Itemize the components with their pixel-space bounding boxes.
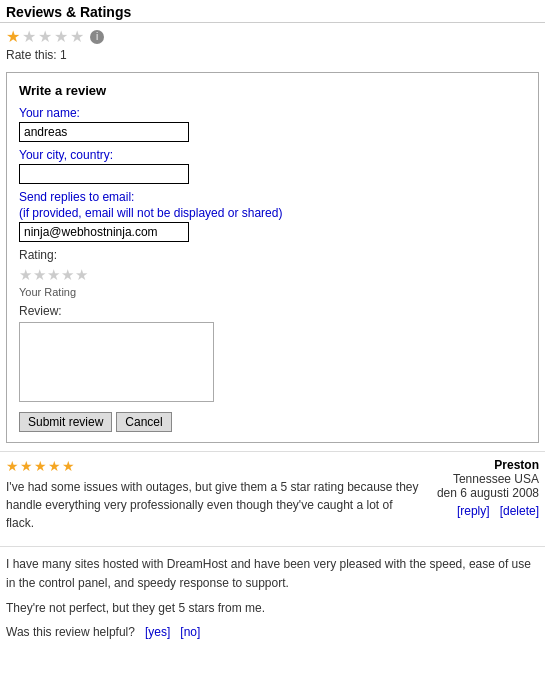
review-entry-1: ★ ★ ★ ★ ★ I've had some issues with outa… (0, 451, 545, 546)
email-input[interactable] (19, 222, 189, 242)
rating-stars-row: ★ ★ ★ ★ ★ (19, 266, 526, 284)
top-star-4[interactable]: ★ (54, 27, 68, 46)
rating-label: Rating: (19, 248, 526, 262)
rating-star-5[interactable]: ★ (75, 266, 88, 284)
delete-link-1[interactable]: [delete] (500, 504, 539, 518)
reviewer-name-1: Preston (429, 458, 539, 472)
rating-star-3[interactable]: ★ (47, 266, 60, 284)
top-stars-row: ★ ★ ★ ★ ★ i (6, 27, 539, 46)
review-group: Review: (19, 304, 526, 402)
helpful-text: Was this review helpful? (6, 625, 135, 639)
your-rating-text: Your Rating (19, 286, 526, 298)
submit-review-button[interactable]: Submit review (19, 412, 112, 432)
rev1-star-3: ★ (34, 458, 47, 474)
cancel-button[interactable]: Cancel (116, 412, 171, 432)
rev1-star-4: ★ (48, 458, 61, 474)
city-group: Your city, country: (19, 148, 526, 184)
review-right-1: Preston Tennessee USA den 6 augusti 2008… (429, 458, 539, 538)
top-star-2[interactable]: ★ (22, 27, 36, 46)
review-stars-1: ★ ★ ★ ★ ★ (6, 458, 421, 474)
city-input[interactable] (19, 164, 189, 184)
city-label: Your city, country: (19, 148, 526, 162)
yes-link[interactable]: [yes] (145, 625, 170, 639)
second-review-text2: They're not perfect, but they get 5 star… (6, 599, 539, 618)
no-link[interactable]: [no] (180, 625, 200, 639)
review-text-1: I've had some issues with outages, but g… (6, 478, 421, 532)
review-entry-inner-1: ★ ★ ★ ★ ★ I've had some issues with outa… (6, 458, 539, 538)
review-label: Review: (19, 304, 526, 318)
reviewer-date-1: den 6 augusti 2008 (429, 486, 539, 500)
write-review-title: Write a review (19, 83, 526, 98)
helpful-row: Was this review helpful? [yes] [no] (6, 625, 539, 639)
write-review-box: Write a review Your name: Your city, cou… (6, 72, 539, 443)
rating-group: Rating: ★ ★ ★ ★ ★ Your Rating (19, 248, 526, 298)
reviewer-location-1: Tennessee USA (429, 472, 539, 486)
rating-star-2[interactable]: ★ (33, 266, 46, 284)
email-group: Send replies to email: (if provided, ema… (19, 190, 526, 242)
reviews-section: ★ ★ ★ ★ ★ I've had some issues with outa… (0, 451, 545, 647)
top-star-5[interactable]: ★ (70, 27, 84, 46)
page-title: Reviews & Ratings (0, 0, 545, 23)
rev1-star-5: ★ (62, 458, 75, 474)
rating-star-4[interactable]: ★ (61, 266, 74, 284)
form-buttons: Submit review Cancel (19, 412, 526, 432)
reply-link-1[interactable]: [reply] (457, 504, 490, 518)
rating-star-1[interactable]: ★ (19, 266, 32, 284)
name-group: Your name: (19, 106, 526, 142)
email-note: (if provided, email will not be displaye… (19, 206, 526, 220)
reply-delete-1: [reply] [delete] (429, 504, 539, 518)
top-star-1[interactable]: ★ (6, 27, 20, 46)
name-label: Your name: (19, 106, 526, 120)
second-review-text1: I have many sites hosted with DreamHost … (6, 555, 539, 593)
name-input[interactable] (19, 122, 189, 142)
rate-this-label: Rate this: 1 (6, 48, 539, 62)
top-star-3[interactable]: ★ (38, 27, 52, 46)
top-rating-section: ★ ★ ★ ★ ★ i Rate this: 1 (0, 23, 545, 68)
email-label: Send replies to email: (19, 190, 526, 204)
review-left-1: ★ ★ ★ ★ ★ I've had some issues with outa… (6, 458, 421, 538)
rev1-star-2: ★ (20, 458, 33, 474)
rev1-star-1: ★ (6, 458, 19, 474)
review-textarea[interactable] (19, 322, 214, 402)
second-review: I have many sites hosted with DreamHost … (0, 546, 545, 647)
info-icon[interactable]: i (90, 30, 104, 44)
